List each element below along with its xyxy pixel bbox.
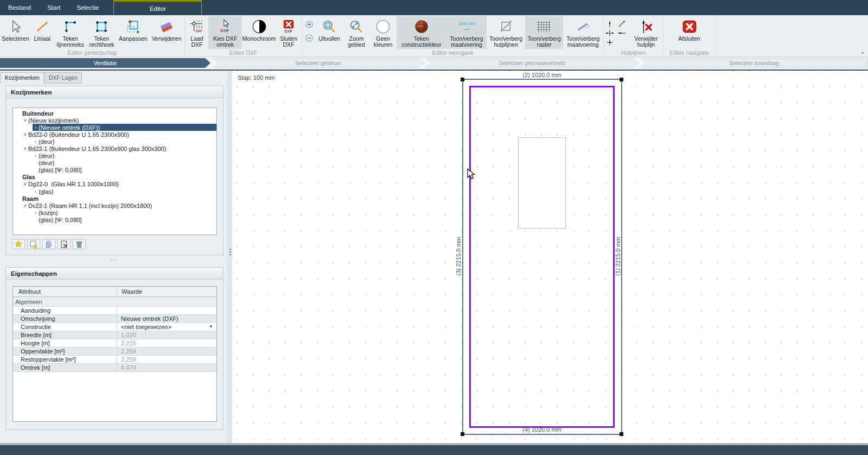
- zoom-out-button[interactable]: [304, 33, 314, 43]
- menu-bestand[interactable]: Bestand: [0, 0, 39, 15]
- add-vertical-guide-icon[interactable]: [605, 19, 615, 29]
- expand-icon[interactable]: ›: [33, 139, 39, 144]
- dimension-line-top: [462, 79, 622, 80]
- tree-item[interactable]: ˅Dv22-1 (Raam HR 1,1 (incl kozijn) 2000x…: [13, 202, 216, 209]
- property-row-omtrek: Omtrek [m] 6,470: [13, 364, 216, 372]
- geen-kleuren-button[interactable]: Geen kleuren: [370, 16, 397, 49]
- tree-item-selected[interactable]: ›(Nieuwe omtrek (DXF)): [13, 124, 216, 131]
- kozijnmerken-header: Kozijnmerken: [6, 86, 223, 98]
- ruler-line-icon: [35, 17, 49, 36]
- zoom-gebied-button[interactable]: Zoom gebied: [343, 16, 370, 49]
- tree-item[interactable]: Glas: [13, 174, 216, 181]
- tree-item[interactable]: Raam: [13, 195, 216, 202]
- selecteren-button[interactable]: Selecteren: [1, 16, 30, 49]
- draw-guide-icon[interactable]: [617, 19, 627, 29]
- kozijnmerken-tree: Buitendeur ˅(Nieuw kozijnmerk) ›(Nieuwe …: [12, 108, 217, 235]
- menu-start[interactable]: Start: [39, 0, 68, 15]
- toon-verberg-maatvoering-button[interactable]: 1000 mm ↔ Toon/verberg maatvoering: [446, 16, 487, 49]
- omschrijving-value-field[interactable]: Nieuwe omtrek (DXF): [117, 315, 216, 323]
- property-group-algemeen[interactable]: Algemeen: [13, 297, 216, 307]
- expand-icon[interactable]: ›: [33, 153, 39, 159]
- corner-handle-topright[interactable]: [620, 78, 623, 81]
- verwijder-hulplijn-button[interactable]: Verwijder hulplijn: [630, 16, 662, 49]
- corner-handle-topleft[interactable]: [461, 78, 464, 81]
- menu-selectie[interactable]: Selectie: [69, 0, 107, 15]
- left-panel: Kozijnmerken DXF Lagen Kozijnmerken Buit…: [0, 71, 228, 443]
- zoom-in-button[interactable]: [304, 20, 314, 29]
- dxf-inner-rect[interactable]: [518, 137, 566, 229]
- dropdown-caret-icon[interactable]: ▾: [209, 324, 212, 329]
- tree-item[interactable]: ›(deur): [13, 153, 216, 160]
- new-outline-button[interactable]: [27, 239, 40, 249]
- teken-constructiekleur-button[interactable]: Teken constructiekleur: [397, 16, 446, 49]
- ribbon-group-hulplijnen: Verwijder hulplijn Hulplijnen: [604, 15, 663, 56]
- tree-item[interactable]: (glas) [Ψ: 0,080]: [13, 167, 216, 174]
- restoppervlakte-value: 2,259: [117, 356, 216, 363]
- expand-icon[interactable]: ›: [33, 125, 39, 130]
- splitter-grip-icon: [229, 249, 231, 257]
- tree-item[interactable]: ˅Dg22-0 (Glas HR 1,1 1000x1000): [13, 181, 216, 188]
- tree-item[interactable]: Buitendeur: [13, 110, 216, 117]
- tree-item[interactable]: ›(glas): [13, 188, 216, 195]
- aanpassen-button[interactable]: Aanpassen: [117, 16, 149, 49]
- liniaal-button[interactable]: Liniaal: [30, 16, 54, 49]
- breadcrumb-step-ventilatie[interactable]: Ventilatie: [0, 58, 210, 68]
- property-row-hoogte: Hoogte [m] 2,215: [13, 339, 216, 347]
- mouse-cursor-icon: [467, 168, 476, 180]
- tab-kozijnmerken[interactable]: Kozijnmerken: [1, 72, 44, 84]
- expand-icon[interactable]: ˅: [22, 132, 28, 137]
- tree-item[interactable]: ˅Bd22-1 (Buitendeur U 1,65 2300x900 glas…: [13, 145, 216, 152]
- export-button[interactable]: [58, 239, 71, 249]
- property-row-constructie: Constructie <niet toegewezen>▾: [13, 323, 216, 331]
- guide-cross-icon[interactable]: [605, 37, 615, 47]
- delete-button[interactable]: [73, 239, 86, 249]
- aanduiding-value-field[interactable]: [117, 307, 216, 314]
- teken-lijnenreeks-button[interactable]: Teken lijnenreeks: [54, 16, 87, 49]
- copy-button[interactable]: [42, 239, 55, 249]
- corner-handle-bottomleft[interactable]: [461, 432, 464, 436]
- tree-item[interactable]: ˅Bd22-0 (Buitendeur U 1,65 2300x900): [13, 131, 216, 138]
- tree-item[interactable]: ›(deur): [13, 138, 216, 145]
- zoom-buttons-column: [303, 16, 316, 43]
- corner-handle-bottomright[interactable]: [620, 432, 623, 436]
- breadcrumb-step-selecteer-bouwlaag[interactable]: Selecteer bouwlaag: [640, 58, 868, 68]
- tree-item[interactable]: (glas) [Ψ: 0,080]: [13, 216, 216, 223]
- ribbon-group-editor-navigatie: Afsluiten Editor navigatie: [663, 15, 716, 56]
- menu-tab-editor[interactable]: Editor: [113, 0, 202, 15]
- verwijderen-button[interactable]: Verwijderen: [149, 16, 184, 49]
- monochroom-button[interactable]: Monochroom: [242, 16, 276, 49]
- ribbon-collapse-button[interactable]: ▴: [861, 49, 864, 55]
- breadcrumb-step-selecteer-gebouweenheid[interactable]: Selecteer gebouweenheid: [425, 58, 639, 68]
- expand-icon[interactable]: ˅: [22, 203, 28, 208]
- panel-tabs: Kozijnmerken DXF Lagen: [1, 72, 82, 84]
- kies-dxf-omtrek-button[interactable]: DXF Kies DXF omtrek: [208, 16, 242, 49]
- tree-item[interactable]: ˅(Nieuw kozijnmerk): [13, 117, 216, 124]
- teken-rechthoek-button[interactable]: Teken rechthoek: [87, 16, 117, 49]
- drawing-canvas[interactable]: Stap: 100 mm (2) 1020.0 mm (4) 1020.0 mm…: [232, 71, 868, 444]
- expand-icon[interactable]: ›: [33, 210, 39, 216]
- laad-dxf-button[interactable]: DXF Laad DXF: [186, 16, 208, 49]
- sluiten-dxf-button[interactable]: DXF Sluiten DXF: [276, 16, 301, 49]
- expand-icon[interactable]: ˅: [22, 118, 28, 123]
- ribbon: Selecteren Liniaal Teken lijnenreeks: [0, 15, 868, 57]
- tab-dxf-lagen[interactable]: DXF Lagen: [44, 72, 82, 84]
- tree-item[interactable]: ›(kozijn): [13, 209, 216, 216]
- expand-icon[interactable]: ˅: [22, 181, 28, 187]
- panel-splitter-handle[interactable]: ...: [0, 255, 228, 262]
- toon-verberg-raster-button[interactable]: Toon/verberg raster: [525, 16, 564, 49]
- constructie-dropdown[interactable]: <niet toegewezen>▾: [117, 323, 216, 331]
- new-mark-button[interactable]: [12, 239, 25, 249]
- vertical-splitter[interactable]: [228, 71, 232, 443]
- toon-verberg-maatvoering2-button[interactable]: Toon/verberg maatvoering: [563, 16, 603, 49]
- breadcrumb-step-selecteer-gebouw[interactable]: Selecteer gebouw: [212, 58, 424, 68]
- fit-view-icon: [322, 17, 336, 36]
- uitvullen-button[interactable]: Uitvullen: [316, 16, 343, 49]
- tree-item[interactable]: (deur): [13, 160, 216, 167]
- afsluiten-button[interactable]: Afsluiten: [671, 16, 709, 49]
- expand-icon[interactable]: ˅: [22, 146, 28, 151]
- guide-spacing-icon[interactable]: [605, 28, 615, 38]
- step-size-label: Stap: 100 mm: [238, 74, 277, 81]
- toon-verberg-hulplijnen-button[interactable]: Toon/verberg hulplijnen: [487, 16, 525, 49]
- add-horizontal-guide-icon[interactable]: [617, 28, 627, 38]
- expand-icon[interactable]: ›: [33, 189, 39, 194]
